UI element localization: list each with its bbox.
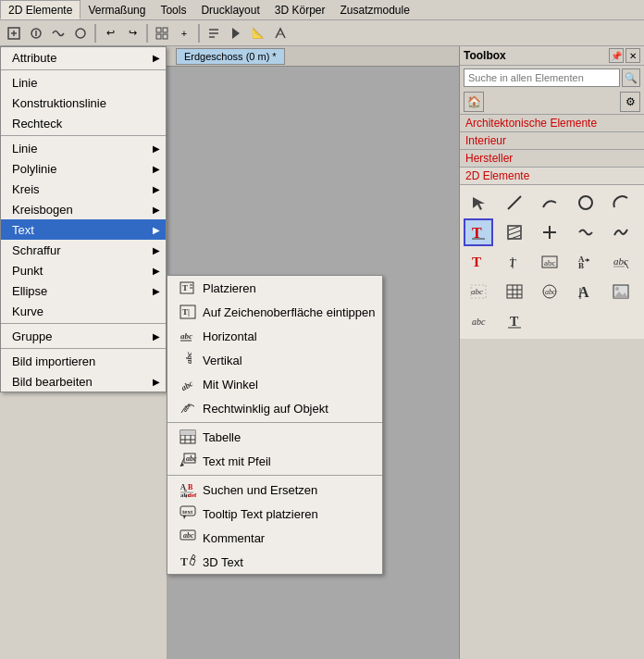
tool-plus[interactable] xyxy=(535,218,564,246)
menu-item-rechteck[interactable]: Rechteck xyxy=(1,113,166,133)
svg-rect-6 xyxy=(156,28,161,32)
toolbar-btn-10[interactable] xyxy=(226,23,246,44)
svg-text:abc: abc xyxy=(472,317,486,327)
tool-abc-label[interactable]: abc xyxy=(535,248,564,276)
menu-item-ellipse[interactable]: Ellipse ▶ xyxy=(1,280,166,301)
menu-vermaSsung[interactable]: Vermaßung xyxy=(80,0,153,19)
tool-ab-arrow[interactable]: A B xyxy=(571,248,601,276)
dropdown-level1: Attribute ▶ Linie Konstruktionslinie Rec… xyxy=(0,46,167,392)
tool-line[interactable] xyxy=(500,189,529,217)
svg-marker-10 xyxy=(232,28,240,39)
toolbox-nav: 🏠 ⚙ xyxy=(460,90,644,114)
toolbox-search-input[interactable] xyxy=(464,68,620,87)
tool-image[interactable] xyxy=(606,278,636,305)
menu-zusatzmodule[interactable]: Zusatzmodule xyxy=(333,0,417,19)
toolbar-btn-8[interactable]: + xyxy=(174,23,194,44)
tool-select[interactable] xyxy=(464,189,493,217)
tool-text-it[interactable]: T xyxy=(500,248,529,276)
menu-item-linie1[interactable]: Linie xyxy=(1,72,166,93)
left-panel: Attribute ▶ Linie Konstruktionslinie Rec… xyxy=(0,46,167,659)
toolbar-btn-11[interactable]: 📐 xyxy=(248,23,268,44)
menu-2d-elemente[interactable]: 2D Elemente xyxy=(0,0,80,19)
toolbar-btn-1[interactable] xyxy=(4,23,24,44)
toolbar-btn-2[interactable] xyxy=(26,23,46,44)
menu-item-kurve[interactable]: Kurve xyxy=(1,301,166,321)
tool-hatch[interactable] xyxy=(500,218,529,246)
svg-text:abc: abc xyxy=(183,531,194,540)
svg-rect-28 xyxy=(180,430,195,435)
menu-tools[interactable]: Tools xyxy=(153,0,193,19)
toolbox-gear-btn[interactable]: ⚙ xyxy=(620,92,640,112)
submenu-kommentar[interactable]: abc Kommentar xyxy=(167,526,382,550)
svg-line-54 xyxy=(508,230,521,235)
menu-item-bild-importieren[interactable]: Bild importieren xyxy=(1,351,166,371)
toolbar-btn-12[interactable] xyxy=(270,23,291,44)
menu-3d-koerper[interactable]: 3D Körper xyxy=(267,0,333,19)
tool-circle[interactable] xyxy=(571,189,601,217)
toolbox-home-btn[interactable]: 🏠 xyxy=(464,92,484,112)
menu-item-bild-bearbeiten[interactable]: Bild bearbeiten ▶ xyxy=(1,371,166,392)
submenu-suchen[interactable]: A B abc def Suchen und Ersetzen xyxy=(167,478,382,502)
submenu-text-pfeil[interactable]: abc Text mit Pfeil xyxy=(167,449,382,473)
submenu-tabelle[interactable]: Tabelle xyxy=(167,425,382,449)
section-architektonische[interactable]: Architektonische Elemente xyxy=(460,114,644,131)
menu-item-polylinie[interactable]: Polylinie ▶ xyxy=(1,158,166,179)
toolbar-btn-4[interactable] xyxy=(70,23,91,44)
submenu-rechtwinklig[interactable]: abc Rechtwinklig auf Objekt xyxy=(167,396,382,420)
submenu-3d-text[interactable]: T 3D Text xyxy=(167,550,382,574)
submenu-vertikal[interactable]: abc Vertikal xyxy=(167,348,382,372)
section-2d-elemente[interactable]: 2D Elemente xyxy=(460,167,644,184)
tool-arc[interactable] xyxy=(606,189,636,217)
section-hersteller[interactable]: Hersteller xyxy=(460,149,644,167)
tool-table[interactable] xyxy=(500,278,529,305)
menu-item-text[interactable]: Text ▶ xyxy=(1,219,166,240)
tool-wave2[interactable] xyxy=(606,218,636,246)
submenu-horizontal[interactable]: abc Horizontal xyxy=(167,324,382,348)
menu-item-attribute[interactable]: Attribute ▶ xyxy=(1,47,166,68)
tool-curve[interactable] xyxy=(535,189,564,217)
menu-item-schraffur[interactable]: Schraffur ▶ xyxy=(1,240,166,260)
mit-winkel-icon: abc xyxy=(179,375,197,393)
toolbox-search-button[interactable]: 🔍 xyxy=(622,68,640,87)
schraffur-label: Schraffur xyxy=(12,243,61,257)
toolbar-btn-3[interactable] xyxy=(48,23,68,44)
tool-wave1[interactable] xyxy=(571,218,601,246)
bild-bearbeiten-label: Bild bearbeiten xyxy=(12,375,93,389)
text-label: Text xyxy=(12,223,34,237)
menu-item-gruppe[interactable]: Gruppe ▶ xyxy=(1,326,166,346)
divider-4 xyxy=(1,348,166,349)
menu-drucklayout[interactable]: Drucklayout xyxy=(193,0,266,19)
submenu-mit-winkel[interactable]: abc Mit Winkel xyxy=(167,372,382,396)
tabelle-label: Tabelle xyxy=(203,430,241,444)
toolbox-pin-btn[interactable]: 📌 xyxy=(609,48,624,63)
toolbar-btn-5[interactable]: ↩ xyxy=(100,23,120,44)
submenu-platzieren[interactable]: T Platzieren xyxy=(167,276,382,300)
menu-item-linie2[interactable]: Linie ▶ xyxy=(1,138,166,158)
submenu-tooltip[interactable]: text Tooltip Text platzieren xyxy=(167,502,382,526)
tool-text-selected[interactable]: T xyxy=(464,218,493,246)
kreisbogen-label: Kreisbogen xyxy=(12,203,73,217)
canvas-area: Erdgeschoss (0 m) * T Platzieren xyxy=(167,46,459,659)
svg-text:T|: T| xyxy=(182,307,190,317)
tooltip-label: Tooltip Text platzieren xyxy=(203,507,318,521)
tool-text-large[interactable]: A xyxy=(571,278,601,305)
toolbox-close-btn[interactable]: ✕ xyxy=(625,48,640,63)
menu-item-kreis[interactable]: Kreis ▶ xyxy=(1,179,166,199)
toolbox-title: Toolbox xyxy=(464,49,506,62)
tool-abc-box[interactable]: abc xyxy=(464,278,493,305)
section-interieur[interactable]: Interieur xyxy=(460,131,644,149)
tool-text-t2[interactable]: T xyxy=(464,248,493,276)
menu-item-punkt[interactable]: Punkt ▶ xyxy=(1,260,166,280)
bild-importieren-label: Bild importieren xyxy=(12,354,95,368)
tool-t-center[interactable]: T xyxy=(500,307,529,335)
menu-item-kreisbogen[interactable]: Kreisbogen ▶ xyxy=(1,199,166,219)
submenu-zeichenoberflaeche[interactable]: T| Auf Zeichenoberfläche eintippen xyxy=(167,300,382,324)
tool-abc-special[interactable]: abc xyxy=(606,248,636,276)
toolbar-sep-1 xyxy=(94,24,96,43)
tool-abc-circle[interactable]: abc xyxy=(535,278,564,305)
toolbar-btn-6[interactable]: ↪ xyxy=(122,23,142,44)
toolbar-btn-7[interactable] xyxy=(152,23,172,44)
tool-abc-small[interactable]: abc xyxy=(464,307,493,335)
menu-item-konstruktionslinie[interactable]: Konstruktionslinie xyxy=(1,93,166,113)
toolbar-btn-9[interactable] xyxy=(204,23,224,44)
